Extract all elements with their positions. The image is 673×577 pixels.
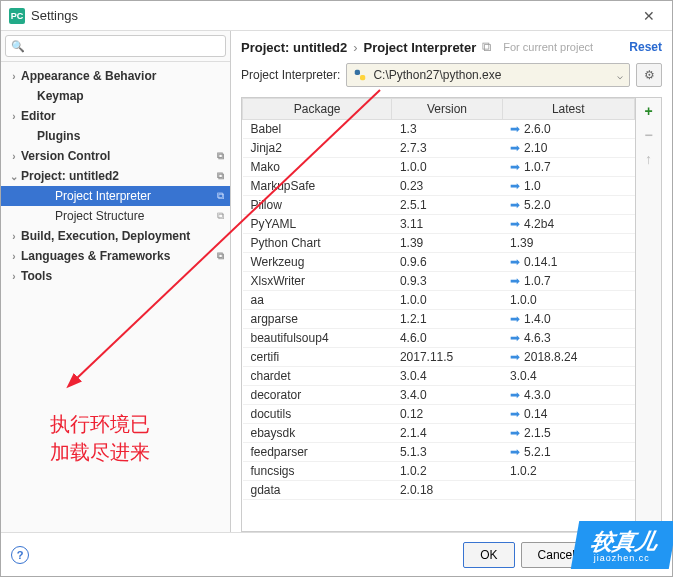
chevron-icon: › — [7, 231, 21, 242]
tree-item-plugins[interactable]: Plugins — [1, 126, 230, 146]
package-latest: ➡2.10 — [502, 139, 634, 158]
main-panel: Project: untitled2 › Project Interpreter… — [231, 31, 672, 532]
package-latest: ➡5.2.0 — [502, 196, 634, 215]
breadcrumb-project: Project: untitled2 — [241, 40, 347, 55]
column-header[interactable]: Package — [243, 99, 392, 120]
package-name: docutils — [243, 405, 392, 424]
upgrade-arrow-icon: ➡ — [510, 331, 520, 345]
table-row[interactable]: gdata2.0.18 — [243, 481, 635, 500]
upgrade-arrow-icon: ➡ — [510, 350, 520, 364]
tree-item-version-control[interactable]: ›Version Control⧉ — [1, 146, 230, 166]
chevron-icon: ⌄ — [7, 171, 21, 182]
tree-item-label: Plugins — [37, 129, 224, 143]
remove-package-button[interactable]: − — [640, 126, 658, 144]
upgrade-arrow-icon: ➡ — [510, 160, 520, 174]
copy-icon: ⧉ — [217, 190, 224, 202]
package-version: 0.9.6 — [392, 253, 502, 272]
table-row[interactable]: feedparser5.1.3➡5.2.1 — [243, 443, 635, 462]
table-row[interactable]: argparse1.2.1➡1.4.0 — [243, 310, 635, 329]
interpreter-select[interactable]: C:\Python27\python.exe ⌵ — [346, 63, 630, 87]
table-row[interactable]: certifi2017.11.5➡2018.8.24 — [243, 348, 635, 367]
tree-item-project-structure[interactable]: Project Structure⧉ — [1, 206, 230, 226]
tree-item-project-untitled2[interactable]: ⌄Project: untitled2⧉ — [1, 166, 230, 186]
package-version: 2.7.3 — [392, 139, 502, 158]
table-row[interactable]: Mako1.0.0➡1.0.7 — [243, 158, 635, 177]
help-icon[interactable]: ? — [11, 546, 29, 564]
tree-item-build-execution-deployment[interactable]: ›Build, Execution, Deployment — [1, 226, 230, 246]
table-row[interactable]: chardet3.0.43.0.4 — [243, 367, 635, 386]
packages-table-wrap: PackageVersionLatest Babel1.3➡2.6.0Jinja… — [241, 97, 662, 532]
package-latest: ➡2.1.5 — [502, 424, 634, 443]
chevron-down-icon: ⌵ — [617, 70, 623, 81]
table-row[interactable]: beautifulsoup44.6.0➡4.6.3 — [243, 329, 635, 348]
table-row[interactable]: funcsigs1.0.21.0.2 — [243, 462, 635, 481]
packages-table: PackageVersionLatest Babel1.3➡2.6.0Jinja… — [242, 98, 635, 500]
breadcrumb-page: Project Interpreter — [364, 40, 477, 55]
table-row[interactable]: PyYAML3.11➡4.2b4 — [243, 215, 635, 234]
table-row[interactable]: XlsxWriter0.9.3➡1.0.7 — [243, 272, 635, 291]
table-row[interactable]: MarkupSafe0.23➡1.0 — [243, 177, 635, 196]
add-package-button[interactable]: + — [640, 102, 658, 120]
table-row[interactable]: ebaysdk2.1.4➡2.1.5 — [243, 424, 635, 443]
tree-item-label: Project: untitled2 — [21, 169, 213, 183]
tree-item-tools[interactable]: ›Tools — [1, 266, 230, 286]
copy-icon: ⧉ — [217, 210, 224, 222]
copy-icon: ⧉ — [482, 39, 491, 55]
package-version: 4.6.0 — [392, 329, 502, 348]
package-version: 3.0.4 — [392, 367, 502, 386]
upgrade-arrow-icon: ➡ — [510, 274, 520, 288]
package-latest: ➡0.14 — [502, 405, 634, 424]
close-icon[interactable]: ✕ — [634, 6, 664, 26]
table-row[interactable]: Pillow2.5.1➡5.2.0 — [243, 196, 635, 215]
packages-table-scroll[interactable]: PackageVersionLatest Babel1.3➡2.6.0Jinja… — [242, 98, 635, 531]
package-name: Jinja2 — [243, 139, 392, 158]
package-version: 1.2.1 — [392, 310, 502, 329]
package-name: funcsigs — [243, 462, 392, 481]
reset-link[interactable]: Reset — [629, 40, 662, 54]
package-name: Python Chart — [243, 234, 392, 253]
package-version: 3.4.0 — [392, 386, 502, 405]
chevron-icon: › — [7, 251, 21, 262]
settings-window: PC Settings ✕ 🔍 ›Appearance & BehaviorKe… — [0, 0, 673, 577]
package-version: 1.39 — [392, 234, 502, 253]
tree-item-label: Tools — [21, 269, 224, 283]
upgrade-arrow-icon: ➡ — [510, 445, 520, 459]
ok-button[interactable]: OK — [463, 542, 514, 568]
table-row[interactable]: aa1.0.01.0.0 — [243, 291, 635, 310]
table-row[interactable]: Werkzeug0.9.6➡0.14.1 — [243, 253, 635, 272]
tree-item-languages-frameworks[interactable]: ›Languages & Frameworks⧉ — [1, 246, 230, 266]
tree-item-editor[interactable]: ›Editor — [1, 106, 230, 126]
window-title: Settings — [31, 8, 634, 23]
dialog-footer: ? OK Cancel Apply — [1, 532, 672, 576]
package-version: 2017.11.5 — [392, 348, 502, 367]
table-row[interactable]: Python Chart1.391.39 — [243, 234, 635, 253]
package-version: 1.0.0 — [392, 291, 502, 310]
upgrade-package-button[interactable]: ↑ — [640, 150, 658, 168]
interpreter-row: Project Interpreter: C:\Python27\python.… — [241, 63, 662, 87]
tree-item-appearance-behavior[interactable]: ›Appearance & Behavior — [1, 66, 230, 86]
tree-item-label: Editor — [21, 109, 224, 123]
gear-icon[interactable]: ⚙ — [636, 63, 662, 87]
table-row[interactable]: Jinja22.7.3➡2.10 — [243, 139, 635, 158]
upgrade-arrow-icon: ➡ — [510, 198, 520, 212]
package-name: feedparser — [243, 443, 392, 462]
breadcrumb: Project: untitled2 › Project Interpreter… — [241, 39, 662, 55]
search-input[interactable] — [5, 35, 226, 57]
svg-rect-1 — [360, 75, 365, 80]
upgrade-arrow-icon: ➡ — [510, 312, 520, 326]
column-header[interactable]: Latest — [502, 99, 634, 120]
package-latest — [502, 481, 634, 500]
table-row[interactable]: decorator3.4.0➡4.3.0 — [243, 386, 635, 405]
copy-icon: ⧉ — [217, 170, 224, 182]
column-header[interactable]: Version — [392, 99, 502, 120]
tree-item-keymap[interactable]: Keymap — [1, 86, 230, 106]
titlebar: PC Settings ✕ — [1, 1, 672, 31]
package-version: 5.1.3 — [392, 443, 502, 462]
package-latest: ➡2018.8.24 — [502, 348, 634, 367]
table-row[interactable]: Babel1.3➡2.6.0 — [243, 120, 635, 139]
package-version: 1.0.0 — [392, 158, 502, 177]
package-side-buttons: + − ↑ — [635, 98, 661, 531]
tree-item-project-interpreter[interactable]: Project Interpreter⧉ — [1, 186, 230, 206]
table-row[interactable]: docutils0.12➡0.14 — [243, 405, 635, 424]
package-name: XlsxWriter — [243, 272, 392, 291]
